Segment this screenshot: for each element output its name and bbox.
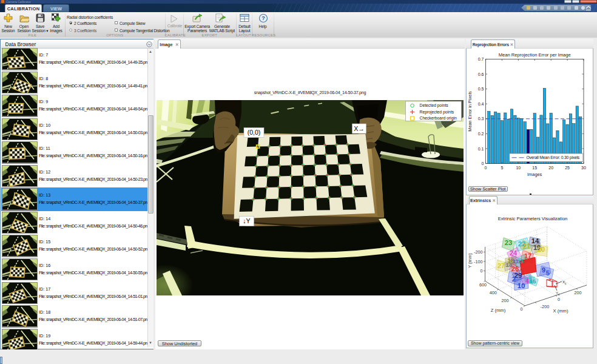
svg-text:0: 0: [482, 161, 484, 166]
svg-text:24: 24: [510, 249, 517, 257]
svg-text:Extrinsic Parameters Visualiza: Extrinsic Parameters Visualization: [498, 216, 568, 221]
svg-text:Overall Mean Error: 0.30 pixel: Overall Mean Error: 0.30 pixels: [527, 155, 580, 160]
svg-text:0.4: 0.4: [478, 102, 484, 106]
svg-text:0.2: 0.2: [478, 132, 484, 136]
svg-text:X→: X→: [354, 125, 365, 132]
svg-text:20: 20: [548, 166, 553, 170]
svg-text:13: 13: [518, 258, 524, 265]
svg-text:0.7: 0.7: [478, 57, 484, 61]
svg-text:200: 200: [575, 290, 582, 295]
svg-text:25: 25: [565, 166, 570, 170]
svg-text:9: 9: [542, 266, 545, 274]
svg-text:Y (mm): Y (mm): [467, 253, 473, 268]
svg-text:?: ?: [261, 15, 265, 21]
svg-text:17: 17: [524, 252, 531, 260]
svg-text:Mean Reprojection Error per Im: Mean Reprojection Error per Image: [499, 52, 571, 58]
svg-text:(0,0): (0,0): [248, 129, 261, 136]
svg-text:Mean Error in Pixels: Mean Error in Pixels: [467, 91, 473, 132]
svg-text:Checkerboard origin: Checkerboard origin: [420, 116, 457, 121]
svg-text:15: 15: [532, 166, 537, 170]
svg-text:10: 10: [518, 282, 525, 289]
svg-text:30: 30: [581, 166, 586, 170]
svg-text:0.3: 0.3: [478, 116, 484, 121]
svg-text:0: 0: [520, 306, 522, 312]
svg-text:c: c: [558, 293, 560, 296]
svg-text:20: 20: [538, 246, 545, 253]
svg-text:27: 27: [498, 262, 505, 269]
svg-text:Reprojected points: Reprojected points: [420, 110, 454, 115]
svg-text:-200: -200: [474, 249, 482, 255]
svg-text:Images: Images: [527, 172, 542, 177]
svg-text:-100: -100: [474, 259, 482, 265]
svg-text:Z (mm): Z (mm): [491, 308, 506, 313]
svg-text:Detected points: Detected points: [420, 103, 449, 108]
svg-text:0.5: 0.5: [478, 87, 484, 91]
svg-text:c: c: [565, 282, 567, 285]
svg-text:5: 5: [501, 166, 503, 170]
svg-text:2: 2: [512, 275, 516, 283]
svg-text:0: 0: [481, 268, 483, 274]
svg-text:-200: -200: [541, 304, 549, 309]
svg-text:15: 15: [530, 278, 536, 285]
svg-text:X (mm): X (mm): [553, 308, 568, 314]
svg-text:0.1: 0.1: [478, 147, 484, 151]
svg-text:10: 10: [516, 166, 521, 170]
svg-text:600: 600: [479, 282, 487, 288]
svg-text:21: 21: [523, 243, 530, 250]
svg-text:23: 23: [505, 239, 513, 246]
svg-text:0.6: 0.6: [478, 72, 484, 76]
svg-text:↓Y: ↓Y: [243, 217, 250, 224]
svg-text:0: 0: [558, 297, 560, 302]
svg-text:5: 5: [546, 269, 550, 277]
svg-text:200: 200: [502, 298, 509, 303]
svg-text:400: 400: [490, 290, 497, 295]
svg-text:0: 0: [485, 166, 487, 170]
